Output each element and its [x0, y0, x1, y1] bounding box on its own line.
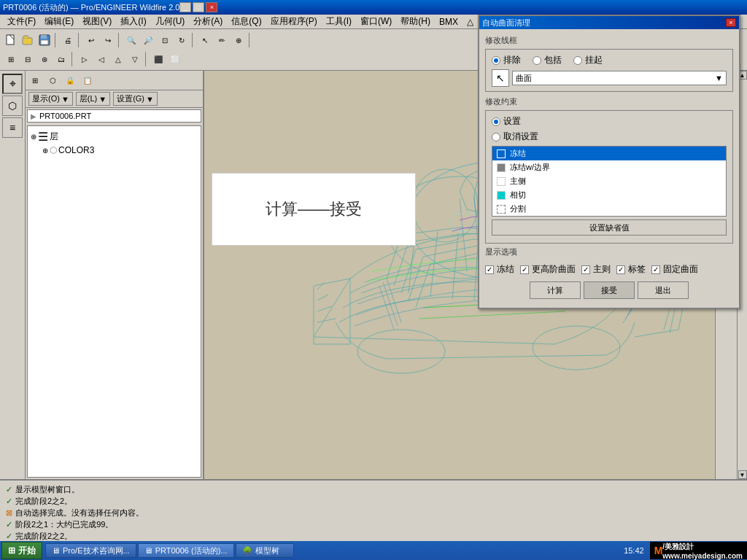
annotation-text: 计算——接受	[266, 198, 362, 220]
select-btn[interactable]: ↖	[197, 32, 213, 48]
menu-tools[interactable]: 工具(I)	[322, 14, 356, 29]
minimize-button[interactable]: _	[179, 2, 191, 12]
constraint-primary[interactable]: 主侧	[492, 174, 726, 188]
menu-info[interactable]: 信息(Q)	[227, 14, 266, 29]
menu-bmx[interactable]: BMX	[435, 15, 462, 28]
menu-apps[interactable]: 应用程序(P)	[266, 14, 322, 29]
dialog-body: 修改线框 排除 包括 挂起	[479, 29, 739, 308]
primary-color-box	[497, 177, 506, 186]
tb2-9[interactable]: ⬛	[150, 51, 166, 67]
status-icon-3: ⊠	[6, 507, 12, 518]
constraint-frozen[interactable]: 冻结	[492, 147, 726, 160]
zoom-out-btn[interactable]: 🔎	[140, 32, 156, 48]
scroll-down-btn[interactable]: ▼	[738, 470, 747, 479]
checkbox-fixed-label: 固定曲面	[663, 263, 698, 276]
compute-button[interactable]: 计算	[530, 281, 581, 299]
menu-view[interactable]: 视图(V)	[78, 14, 116, 29]
close-main-button[interactable]: ×	[206, 2, 217, 12]
surface-dropdown[interactable]: 曲面 ▼	[512, 71, 727, 85]
status-icon-2: ✓	[6, 495, 12, 507]
zoom-in-btn[interactable]: 🔍	[123, 32, 139, 48]
model-tree-panel: ⊞ ⬡ 🔒 📋 显示(O) ▼ 层(L) ▼ 设置(G) ▼ ▶ PRT0006…	[26, 71, 204, 479]
taskbar-item-tree[interactable]: 🌳 模型树	[236, 543, 294, 558]
radio-exclude[interactable]: 排除	[492, 54, 521, 66]
action-buttons: 计算 接受 退出	[485, 279, 733, 302]
constraint-list[interactable]: 冻结 冻结w/边界 主侧 相切	[492, 146, 727, 217]
checkbox-frozen[interactable]: ✓ 冻结	[485, 263, 514, 276]
save-btn[interactable]	[36, 32, 53, 48]
taskbar-item-prt[interactable]: 🖥 PRT0006 (活动的)...	[138, 543, 234, 558]
tb2-3[interactable]: ⊛	[36, 51, 53, 67]
print-btn[interactable]: 🖨	[60, 32, 76, 48]
primary-label: 主侧	[510, 176, 526, 187]
checkbox-labels[interactable]: ✓ 标签	[616, 263, 646, 276]
dim-btn[interactable]: ⊕	[231, 32, 247, 48]
layer-dropdown[interactable]: 层(L) ▼	[76, 92, 110, 106]
sidebar-tb-3[interactable]: 🔒	[62, 72, 78, 88]
sidebar-tb-1[interactable]: ⊞	[27, 72, 43, 88]
tb2-5[interactable]: ▷	[77, 51, 93, 67]
sidebar-tb-4[interactable]: 📋	[80, 72, 96, 88]
new-btn[interactable]	[3, 32, 19, 48]
checkbox-primary[interactable]: ✓ 主则	[581, 263, 611, 276]
tb2-4[interactable]: 🗂	[53, 51, 69, 67]
menu-analysis[interactable]: 分析(A)	[189, 14, 227, 29]
status-line-2: ✓ 完成阶段2之2。	[6, 495, 741, 507]
accept-button[interactable]: 接受	[584, 281, 635, 299]
tree-area[interactable]: ⊕ ☰ 层 ⊕ ⬡ COLOR3	[27, 125, 201, 478]
tb2-7[interactable]: △	[110, 51, 126, 67]
sidebar-tb-2[interactable]: ⬡	[44, 72, 61, 88]
redo-btn[interactable]: ↪	[100, 32, 116, 48]
checkbox-higher[interactable]: ✓ 更高阶曲面	[520, 263, 576, 276]
menu-edit[interactable]: 编辑(E)	[40, 14, 78, 29]
settings-dropdown[interactable]: 设置(G) ▼	[113, 92, 158, 106]
open-btn[interactable]	[20, 32, 36, 48]
menu-file[interactable]: 文件(F)	[3, 14, 40, 29]
tb2-1[interactable]: ⊞	[3, 51, 19, 67]
menu-insert[interactable]: 插入(I)	[116, 14, 150, 29]
exit-button[interactable]: 退出	[638, 281, 689, 299]
display-dropdown[interactable]: 显示(O) ▼	[28, 92, 73, 106]
svg-rect-2	[23, 38, 32, 44]
meiyadesign-logo: M /美雅設計www.meiyadesign.com	[650, 542, 747, 559]
menu-window[interactable]: 窗口(W)	[356, 14, 396, 29]
dialog-close-button[interactable]: ×	[726, 18, 736, 27]
start-button[interactable]: ⊞ 开始	[1, 542, 42, 559]
constraint-tangent[interactable]: 相切	[492, 188, 726, 202]
tangent-color-box	[497, 191, 506, 200]
status-text-5: 完成阶段2之2。	[15, 530, 72, 541]
rotate-btn[interactable]: ↻	[174, 32, 190, 48]
sketch-btn[interactable]: ✏	[214, 32, 230, 48]
maximize-button[interactable]: □	[193, 2, 204, 12]
icon-tool-3[interactable]: ≡	[2, 117, 23, 138]
menu-extra[interactable]: △	[462, 15, 478, 28]
checkbox-primary-label: 主则	[593, 263, 611, 276]
constraint-split[interactable]: 分割	[492, 202, 726, 216]
cursor-button[interactable]: ↖	[492, 69, 509, 87]
checkbox-fixed[interactable]: ✓ 固定曲面	[651, 263, 698, 276]
set-default-button[interactable]: 设置缺省值	[492, 219, 727, 236]
tree-color3-label: COLOR3	[58, 145, 94, 155]
tb2-8[interactable]: ▽	[127, 51, 143, 67]
menu-help[interactable]: 帮助(H)	[396, 14, 435, 29]
radio-cancel-set[interactable]: 取消设置	[492, 131, 727, 143]
icon-tool-2[interactable]: ⬡	[2, 96, 23, 116]
tb2-2[interactable]: ⊟	[20, 51, 36, 67]
taskbar-item-pro[interactable]: 🖥 Pro/E技术咨询网...	[45, 543, 136, 558]
radio-include[interactable]: 包括	[533, 54, 562, 66]
tangent-label: 相切	[510, 190, 526, 201]
menu-geometry[interactable]: 几何(U)	[151, 14, 190, 29]
svg-rect-0	[7, 35, 14, 44]
fit-btn[interactable]: ⊡	[157, 32, 173, 48]
constraint-frozen-boundary[interactable]: 冻结w/边界	[492, 160, 726, 174]
icon-tool-1[interactable]: ⌖	[2, 74, 23, 94]
tb2-6[interactable]: ◁	[93, 51, 109, 67]
radio-pending[interactable]: 挂起	[573, 54, 603, 66]
radio-set[interactable]: 设置	[492, 115, 727, 128]
cursor-icon-symbol: ↖	[496, 72, 505, 84]
svg-point-16	[533, 326, 620, 370]
tb2-10[interactable]: ⬜	[167, 51, 183, 67]
taskbar-item-prt-icon: 🖥	[144, 546, 152, 555]
status-line-1: ✓ 显示模型树窗口。	[6, 483, 741, 495]
undo-btn[interactable]: ↩	[83, 32, 99, 48]
